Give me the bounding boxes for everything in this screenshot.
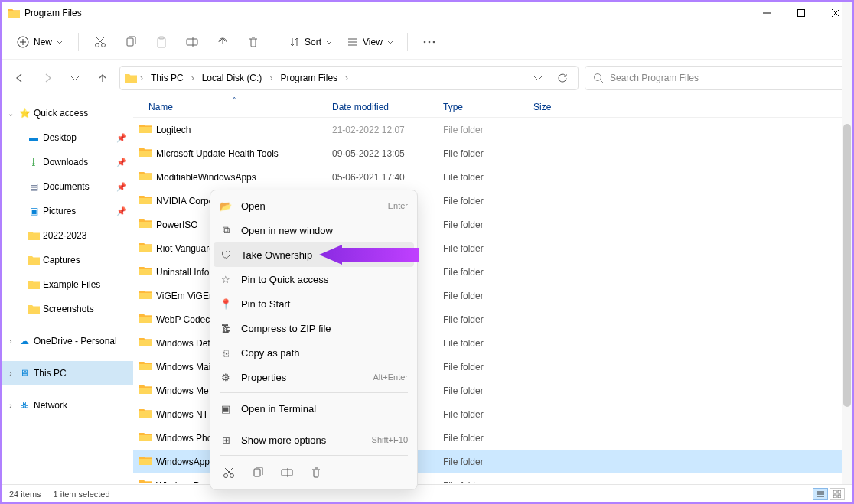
copy-button[interactable] [250,465,266,480]
view-icon [347,37,358,47]
column-header-type[interactable]: Type [443,102,533,112]
sidebar-folder[interactable]: Screenshots [2,297,133,321]
menu-open[interactable]: 📂OpenEnter [214,193,414,218]
sidebar-quick-access[interactable]: ⌄ ⭐ Quick access [2,101,133,125]
folder-icon [139,218,152,231]
column-header-name[interactable]: ˄Name [133,102,332,112]
column-headers: ˄Name Date modified Type Size [133,96,852,118]
menu-open-new-window[interactable]: ⧉Open in new window [214,218,414,242]
breadcrumb-item[interactable]: Local Disk (C:) [197,70,267,86]
copy-button[interactable] [117,28,145,56]
sort-asc-icon: ˄ [233,96,236,104]
chevron-down-icon [57,39,63,45]
sort-label: Sort [305,37,321,47]
sidebar-desktop[interactable]: ▬Desktop📌 [2,125,133,150]
menu-pin-start[interactable]: 📍Pin to Start [214,291,414,316]
details-view-button[interactable] [813,488,828,500]
breadcrumb-item[interactable]: Program Files [275,70,342,86]
menu-copy-path[interactable]: ⎘Copy as path [214,340,414,365]
cut-button[interactable] [221,465,236,480]
breadcrumb-item[interactable]: This PC [146,70,188,86]
svg-rect-12 [158,38,165,47]
chevron-right-icon: › [6,369,15,378]
delete-button[interactable] [308,465,324,480]
plus-circle-icon [17,36,29,48]
search-input[interactable] [610,73,836,83]
folder-icon [139,194,152,207]
vertical-scrollbar[interactable] [842,2,852,484]
sort-button[interactable]: Sort [283,33,338,51]
back-button[interactable] [9,67,31,89]
menu-show-more[interactable]: ⊞Show more optionsShift+F10 [214,428,414,452]
folder-icon [125,73,137,83]
column-header-date[interactable]: Date modified [332,102,443,112]
folder-icon [139,455,152,468]
file-row[interactable]: Microsoft Update Health Tools09-05-2022 … [133,141,852,165]
rename-button[interactable] [279,465,295,480]
toolbar: New Sort View [2,24,852,60]
thumbnails-view-button[interactable] [830,488,845,500]
sidebar-folder[interactable]: 2022-2023 [2,223,133,248]
pin-icon: 📌 [116,133,129,143]
folder-icon [139,384,152,395]
sidebar-item-label: Pictures [43,206,113,216]
view-button[interactable]: View [341,33,399,51]
folder-icon [28,230,40,241]
navigation-bar: › This PC › Local Disk (C:) › Program Fi… [2,60,852,96]
zip-icon: 🗜 [220,323,232,334]
sidebar-item-label: Desktop [43,132,113,143]
menu-open-terminal[interactable]: ▣Open in Terminal [214,396,414,421]
folder-icon [139,123,152,134]
minimize-button[interactable] [749,2,784,24]
file-type: File folder [443,314,533,325]
cut-button[interactable] [86,28,114,56]
folder-icon [28,304,40,314]
window-icon: ⧉ [220,224,232,236]
file-date: 09-05-2022 13:05 [332,148,443,159]
up-button[interactable] [92,67,113,89]
address-bar[interactable]: › This PC › Local Disk (C:) › Program Fi… [119,66,579,90]
menu-properties[interactable]: ⚙PropertiesAlt+Enter [214,365,414,389]
file-row[interactable]: ModifiableWindowsApps05-06-2021 17:40Fil… [133,165,852,189]
file-row[interactable]: Logitech21-02-2022 12:07File folder [133,118,852,141]
rename-button[interactable] [178,28,206,56]
recent-button[interactable] [64,67,86,89]
address-dropdown[interactable] [527,67,549,89]
download-icon: ⭳ [28,157,40,167]
sidebar-network[interactable]: ›🖧Network [2,393,133,418]
file-type: File folder [443,457,533,467]
search-box[interactable] [585,66,845,90]
sidebar-documents[interactable]: ▤Documents📌 [2,174,133,199]
sidebar-downloads[interactable]: ⭳Downloads📌 [2,150,133,174]
maximize-button[interactable] [784,2,818,24]
chevron-right-icon: › [6,337,15,346]
sidebar-item-label: 2022-2023 [43,230,133,241]
column-header-size[interactable]: Size [533,102,595,112]
menu-compress-zip[interactable]: 🗜Compress to ZIP file [214,316,414,340]
sidebar-pictures[interactable]: ▣Pictures📌 [2,199,133,223]
scrollbar-thumb[interactable] [843,124,851,407]
sidebar-onedrive[interactable]: ›☁OneDrive - Personal [2,329,133,353]
file-name: Windows Def [156,338,210,349]
document-icon: ▤ [28,181,40,192]
cloud-icon: ☁ [18,336,31,346]
menu-pin-quick-access[interactable]: ☆Pin to Quick access [214,267,414,291]
svg-point-21 [433,41,435,43]
delete-button[interactable] [240,28,267,56]
file-type: File folder [443,267,533,278]
folder-open-icon: 📂 [220,200,232,212]
sidebar-folder[interactable]: Captures [2,248,133,272]
refresh-button[interactable] [552,67,573,89]
share-button[interactable] [209,28,236,56]
folder-icon [139,265,152,278]
sidebar-item-label: Screenshots [43,304,133,314]
file-name: Uninstall Infor [156,267,212,278]
more-button[interactable] [416,28,443,56]
search-icon [593,73,604,83]
sidebar-item-label: Quick access [34,108,133,119]
file-date: 21-02-2022 12:07 [332,125,443,135]
new-button[interactable]: New [9,32,70,52]
menu-take-ownership[interactable]: 🛡Take Ownership [214,242,414,267]
sidebar-folder[interactable]: Example Files [2,272,133,297]
sidebar-this-pc[interactable]: ›🖥This PC [2,361,133,385]
